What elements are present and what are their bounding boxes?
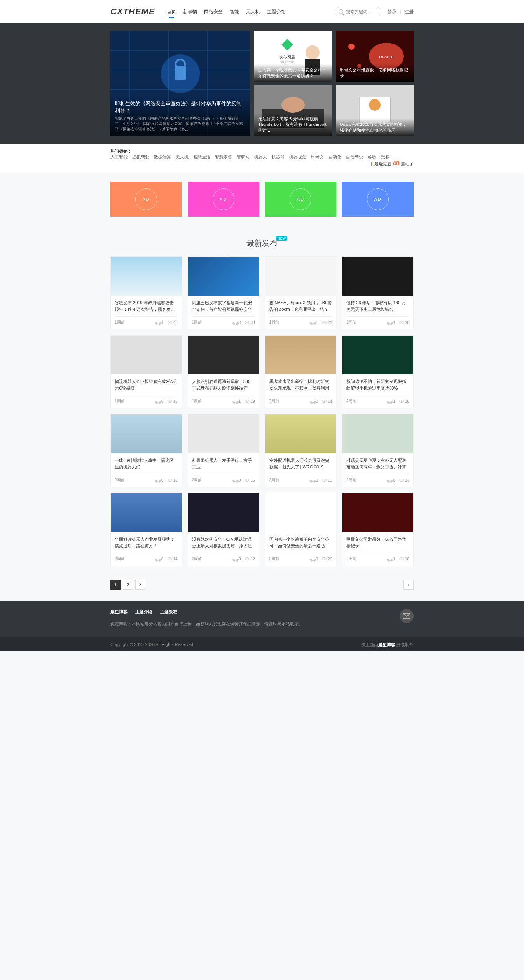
- tag-link[interactable]: 黑客: [381, 155, 390, 159]
- post-card[interactable]: 物流机器人企业极智嘉完成2亿美元C轮融资1周前016: [110, 335, 182, 408]
- post-likes[interactable]: 0: [311, 477, 318, 483]
- post-title: 国内第一个吃螃蟹的内存安全公司：如何做安全的最后一道防线？: [269, 536, 332, 549]
- post-views: 45: [168, 320, 178, 325]
- post-time: 2周前: [192, 556, 202, 562]
- tag-link[interactable]: 自动驾驶: [346, 155, 363, 159]
- post-views: 22: [322, 320, 332, 325]
- footer-credit: 该主题由晨星博客 开发制作: [361, 642, 414, 648]
- post-views: 13: [399, 477, 409, 483]
- tag-link[interactable]: 机器人: [254, 155, 267, 159]
- post-card[interactable]: 外骨骼机器人：左手医疗，右手工业2周前015: [188, 414, 259, 487]
- email-icon[interactable]: [400, 609, 414, 623]
- post-likes[interactable]: 1: [388, 399, 395, 404]
- tag-link[interactable]: 人工智能: [110, 155, 128, 159]
- post-card[interactable]: 全面解读机器人产业发展现状：搞点过后，路在何方？2周前014: [110, 493, 182, 566]
- hero-item-1[interactable]: 安芯网盾AN XIN SEC 国内第一个吃螃蟹的内存安全公司：如何做安全的最后一…: [254, 31, 332, 82]
- post-likes[interactable]: 0: [311, 556, 318, 562]
- footer-nav-link[interactable]: 晨星博客: [110, 609, 128, 615]
- nav-item-5[interactable]: 主题介绍: [267, 7, 286, 17]
- heart-icon: [311, 400, 315, 403]
- heart-icon: [311, 321, 315, 324]
- hero-item-2[interactable]: ORACLE 甲骨文公司泄露数十亿条网络数据记录: [336, 31, 414, 82]
- tag-link[interactable]: 数据泄露: [154, 155, 171, 159]
- post-card[interactable]: 没有绝对的安全！CIA 承认遭遇史上最大规模数据丢窃，原因是自家后院着了火2周前…: [188, 493, 259, 566]
- post-likes[interactable]: 1: [234, 399, 241, 404]
- ad-box[interactable]: AD: [110, 182, 182, 217]
- post-likes[interactable]: 0: [234, 556, 241, 562]
- post-thumb: [265, 414, 336, 453]
- footer-nav-link[interactable]: 主题教程: [160, 609, 177, 615]
- post-likes[interactable]: 0: [388, 477, 395, 483]
- ad-label: AD: [367, 188, 389, 210]
- post-likes[interactable]: 1: [311, 320, 318, 325]
- post-card[interactable]: 被 NASA、SpaceX 禁用，FBI 警告的 Zoom，究竟哪里出了错？1周…: [265, 256, 337, 329]
- post-likes[interactable]: 0: [156, 399, 164, 404]
- svg-text:安芯网盾: 安芯网盾: [279, 55, 295, 59]
- nav-item-0[interactable]: 首页: [167, 7, 176, 17]
- post-card[interactable]: 僵持 26 年后，微软终以 160 万美元买下史上最危险域名1周前110: [342, 256, 414, 329]
- page-btn[interactable]: 2: [123, 580, 133, 590]
- post-card[interactable]: 黑客攻击又出新招！比利时研究团队新发现：不联网，黑客利用风扇也能窃取你的...2…: [265, 335, 337, 408]
- heart-icon: [311, 479, 315, 482]
- tag-link[interactable]: 智慧零售: [215, 155, 232, 159]
- post-likes[interactable]: 1: [388, 556, 395, 562]
- post-card[interactable]: 就问你怕不怕！新研究发现假指纹解锁手机通过率高达80%2周前110: [342, 335, 414, 408]
- post-time: 2周前: [115, 477, 125, 483]
- post-time: 1周前: [192, 399, 202, 404]
- pagination: 123›: [110, 574, 414, 601]
- login-link[interactable]: 登录: [387, 9, 396, 14]
- post-card[interactable]: 对话美团夏华夏：室外无人配送落地还需两年，激光雷达、计算芯片成关键瓶颈2周前01…: [342, 414, 414, 487]
- page-btn[interactable]: 3: [135, 580, 145, 590]
- post-time: 1周前: [115, 320, 125, 325]
- tag-link[interactable]: 虚拟驾驶: [132, 155, 149, 159]
- tag-link[interactable]: 无人机: [176, 155, 189, 159]
- post-card[interactable]: 阿里巴巴发布数字基建新一代安全架构，首席架构师钱磊称安全基建将成数字经济标配1周…: [188, 256, 259, 329]
- tag-link[interactable]: 谷歌: [368, 155, 376, 159]
- post-card[interactable]: 甲骨文公司泄露数十亿条网络数据记录2周前110: [342, 493, 414, 566]
- ad-box[interactable]: AD: [342, 182, 414, 217]
- hero-item-4[interactable]: Osaro完成1600万美元的B轮融资，强化仓储和物流自动化的布局: [336, 85, 414, 136]
- post-card[interactable]: 室外配送机器人还没走得及跑完数据，就先火了 | WRC 20192周前011: [265, 414, 337, 487]
- ad-box[interactable]: AD: [188, 182, 259, 217]
- post-likes[interactable]: 3: [234, 320, 241, 325]
- nav-item-1[interactable]: 新事物: [183, 7, 197, 17]
- nav-item-4[interactable]: 无人机: [246, 7, 260, 17]
- register-link[interactable]: 注册: [404, 9, 414, 14]
- hero-item-title: 国内第一个吃螃蟹的内存安全公司：如何做安全的最后一道防线？: [254, 64, 332, 82]
- post-likes[interactable]: 0: [156, 556, 164, 562]
- page-btn[interactable]: 1: [110, 580, 121, 590]
- post-views: 26: [322, 556, 332, 562]
- tag-link[interactable]: 自动化: [328, 155, 341, 159]
- post-thumb: [265, 257, 336, 296]
- tag-link[interactable]: 甲骨文: [311, 155, 324, 159]
- nav-item-3[interactable]: 智能: [230, 7, 239, 17]
- post-likes[interactable]: 1: [388, 320, 395, 325]
- page-next[interactable]: ›: [403, 580, 414, 590]
- post-likes[interactable]: 0: [156, 477, 164, 483]
- ad-label: AD: [213, 188, 234, 210]
- heart-icon: [156, 400, 160, 403]
- heart-icon: [388, 321, 392, 324]
- hero-item-3[interactable]: 无法修复？黑客 5 分钟即可破解 Thunderbolt，所有装有 Thunde…: [254, 85, 332, 136]
- tag-link[interactable]: 机器视觉: [289, 155, 306, 159]
- eye-icon: [168, 400, 172, 403]
- post-card[interactable]: 一线 | 疫情防控大战中，隔离区里的机器人们2周前012: [110, 414, 182, 487]
- tag-link[interactable]: 机器臂: [272, 155, 285, 159]
- tag-link[interactable]: 智慧生活: [193, 155, 210, 159]
- post-card[interactable]: 国内第一个吃螃蟹的内存安全公司：如何做安全的最后一道防线？2周前026: [265, 493, 337, 566]
- tag-link[interactable]: 智联网: [237, 155, 250, 159]
- post-likes[interactable]: 0: [311, 399, 318, 404]
- footer-nav-link[interactable]: 主题介绍: [135, 609, 152, 615]
- ad-box[interactable]: AD: [265, 182, 337, 217]
- logo[interactable]: CXTHEME: [110, 7, 155, 17]
- post-thumb: [111, 336, 182, 374]
- post-card[interactable]: 人脸识别赛道再添新玩家：360 正式发布五款人脸识别终端产品，主打安全牌1周前1…: [188, 335, 259, 408]
- eye-icon: [322, 400, 327, 403]
- post-likes[interactable]: 4: [156, 320, 164, 325]
- nav-item-2[interactable]: 网络安全: [204, 7, 223, 17]
- post-likes[interactable]: 0: [234, 477, 241, 483]
- post-card[interactable]: 谷歌发布 2019 年政府黑客攻击报告：近 4 万次警告，黑客攻击对象更有针对性…: [110, 256, 182, 329]
- hero-main[interactable]: 即将生效的《网络安全审查办法》是针对华为事件的反制利器？ 实施了将近三年的《网络…: [110, 31, 250, 136]
- ad-label: AD: [290, 188, 311, 210]
- post-views: 16: [168, 399, 178, 404]
